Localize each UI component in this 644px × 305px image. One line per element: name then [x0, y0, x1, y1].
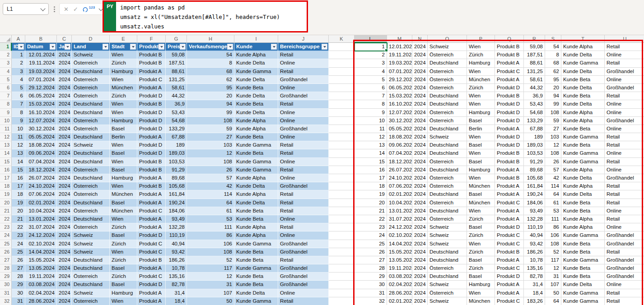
output-cell[interactable]: Produkt A	[495, 215, 524, 223]
output-cell[interactable]: Deutschland	[428, 92, 467, 100]
output-cell[interactable]: 06.05.2024	[387, 84, 412, 92]
table-cell[interactable]: Produkt C	[137, 207, 166, 215]
table-cell[interactable]: 28.06.2024	[25, 297, 57, 305]
output-cell[interactable]: 190,24	[524, 190, 545, 199]
table-cell[interactable]: Kunde Alpha	[234, 190, 278, 199]
output-cell[interactable]: 6	[355, 84, 387, 92]
row-header-13[interactable]: 13	[0, 141, 12, 149]
table-cell[interactable]: 2024	[57, 68, 72, 76]
table-header-datum[interactable]: Datum	[25, 43, 57, 51]
table-cell[interactable]: 30.12.2024	[25, 125, 57, 133]
output-cell[interactable]: 27	[545, 125, 561, 133]
table-cell[interactable]: 22	[12, 223, 25, 231]
output-cell[interactable]: Österreich	[428, 158, 467, 166]
row-header-11[interactable]: 11	[0, 125, 12, 133]
table-cell[interactable]: 12.01.2024	[25, 51, 57, 59]
output-cell[interactable]: Produkt B	[495, 248, 524, 256]
table-cell[interactable]: 108	[187, 158, 234, 166]
output-cell[interactable]: 26	[545, 158, 561, 166]
table-cell[interactable]: 2024	[57, 297, 72, 305]
table-cell[interactable]: 23	[12, 231, 25, 240]
table-cell[interactable]: 19.11.2024	[25, 59, 57, 67]
output-cell[interactable]: 29	[355, 273, 387, 281]
table-cell[interactable]: 15.03.2024	[25, 100, 57, 108]
output-cell[interactable]: 28	[355, 264, 387, 273]
output-cell[interactable]: Kunde Gamma	[561, 231, 605, 240]
column-header-S[interactable]: S	[545, 35, 561, 43]
table-cell[interactable]: 95	[187, 84, 234, 92]
output-cell[interactable]: 135,16	[524, 264, 545, 273]
column-header-N[interactable]: N	[412, 35, 428, 43]
table-cell[interactable]: Kunde Delta	[234, 76, 278, 84]
output-cell[interactable]: Retail	[605, 248, 644, 256]
row-header-5[interactable]: 5	[0, 76, 12, 84]
table-cell[interactable]: 20	[12, 207, 25, 215]
table-cell[interactable]: 15.05.2024	[25, 256, 57, 264]
output-cell[interactable]: Retail	[605, 289, 644, 297]
empty-cell[interactable]	[329, 248, 355, 256]
row-header-2[interactable]: 2	[0, 51, 12, 59]
table-cell[interactable]: 57	[187, 174, 234, 182]
table-cell[interactable]: 2024	[57, 273, 72, 281]
output-cell[interactable]: Kunde Alpha	[561, 43, 605, 51]
table-cell[interactable]: 2024	[57, 51, 72, 59]
table-cell[interactable]: 161,84	[166, 190, 187, 199]
column-header-L[interactable]: L	[355, 35, 387, 43]
table-cell[interactable]: Kunde Gamma	[234, 264, 278, 273]
output-cell[interactable]: Wien	[467, 68, 495, 76]
output-cell[interactable]: 10,78	[524, 256, 545, 264]
output-cell[interactable]: Produkt C	[495, 68, 524, 76]
table-cell[interactable]: Wien	[110, 215, 137, 223]
empty-cell[interactable]	[329, 76, 355, 84]
output-cell[interactable]: 2024	[412, 84, 428, 92]
table-cell[interactable]: 88,61	[166, 68, 187, 76]
output-cell[interactable]: 82,78	[524, 273, 545, 281]
table-cell[interactable]: Kunde Beta	[234, 215, 278, 223]
table-cell[interactable]: Kunde Alpha	[234, 174, 278, 182]
output-cell[interactable]: Wien	[467, 240, 495, 248]
output-cell[interactable]: Großhandel	[605, 256, 644, 264]
output-cell[interactable]: 2024	[412, 51, 428, 59]
output-cell[interactable]: Deutschland	[428, 59, 467, 67]
table-cell[interactable]: Produkt A	[137, 289, 166, 297]
table-cell[interactable]: 2024	[57, 190, 72, 199]
table-cell[interactable]: 59,08	[166, 51, 187, 59]
filter-dropdown-icon[interactable]	[322, 44, 327, 50]
table-cell[interactable]: Kunde Beta	[234, 207, 278, 215]
table-cell[interactable]: Kunde Beta	[234, 100, 278, 108]
column-header-U[interactable]: U	[605, 35, 644, 43]
empty-cell[interactable]	[329, 174, 355, 182]
table-cell[interactable]: 29	[12, 281, 25, 289]
table-cell[interactable]: 2024	[57, 223, 72, 231]
table-cell[interactable]: Kunde Delta	[234, 199, 278, 207]
output-cell[interactable]: 2024	[412, 264, 428, 273]
output-cell[interactable]: 93,49	[524, 207, 545, 215]
table-cell[interactable]: 40,94	[166, 240, 187, 248]
output-cell[interactable]: 12	[355, 133, 387, 141]
table-cell[interactable]: 02.04.2024	[25, 289, 57, 297]
output-cell[interactable]: 103	[545, 133, 561, 141]
output-cell[interactable]: 18.08.2024	[387, 133, 412, 141]
output-cell[interactable]: München	[467, 182, 495, 190]
output-cell[interactable]: Produkt A	[495, 190, 524, 199]
table-cell[interactable]: 26	[187, 166, 234, 174]
row-header-15[interactable]: 15	[0, 158, 12, 166]
table-cell[interactable]: 111	[187, 223, 234, 231]
empty-cell[interactable]	[329, 281, 355, 289]
output-cell[interactable]: 2024	[412, 231, 428, 240]
output-cell[interactable]: Kunde Alpha	[561, 215, 605, 223]
column-header-D[interactable]: D	[72, 35, 110, 43]
table-cell[interactable]: Retail	[278, 51, 329, 59]
output-cell[interactable]: Retail	[605, 133, 644, 141]
table-cell[interactable]: Produkt C	[137, 76, 166, 84]
table-cell[interactable]: Österreich	[72, 76, 110, 84]
output-cell[interactable]: 15.03.2024	[387, 92, 412, 100]
output-cell[interactable]: 161,84	[524, 182, 545, 190]
output-cell[interactable]: 16.10.2024	[387, 100, 412, 108]
enter-icon[interactable]: ✓	[73, 6, 78, 12]
table-cell[interactable]: Produkt D	[137, 141, 166, 149]
output-cell[interactable]: Kunde Beta	[561, 264, 605, 273]
table-cell[interactable]: 67,88	[166, 133, 187, 141]
table-cell[interactable]: Großhandel	[278, 125, 329, 133]
output-cell[interactable]: Produkt B	[495, 158, 524, 166]
